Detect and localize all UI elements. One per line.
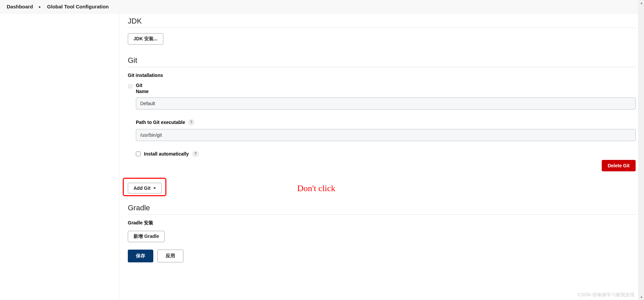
apply-button[interactable]: 应用 bbox=[157, 250, 183, 262]
git-path-input[interactable] bbox=[136, 129, 636, 141]
chevron-right-icon: ▸ bbox=[39, 4, 41, 9]
install-auto-label: Install automatically bbox=[144, 151, 189, 157]
git-tool-block: Git Name Path to Git executable ? Instal… bbox=[128, 83, 636, 177]
action-bar: 保存 应用 bbox=[128, 250, 636, 262]
main-content: JDK JDK 安装... Git Git installations Git … bbox=[119, 13, 644, 300]
divider bbox=[128, 214, 636, 215]
git-name-label: Name bbox=[136, 89, 636, 94]
breadcrumb-current[interactable]: Global Tool Configuration bbox=[47, 4, 109, 9]
add-git-button[interactable]: Add Git bbox=[128, 183, 162, 194]
help-icon[interactable]: ? bbox=[188, 119, 195, 126]
breadcrumb-dashboard[interactable]: Dashboard bbox=[7, 4, 33, 9]
section-title-jdk: JDK bbox=[128, 17, 636, 26]
help-icon[interactable]: ? bbox=[192, 151, 199, 157]
section-title-git: Git bbox=[128, 56, 636, 65]
git-path-label-text: Path to Git executable bbox=[136, 120, 185, 125]
scroll-up-icon[interactable]: ▴ bbox=[639, 0, 644, 6]
git-tool-heading: Git bbox=[136, 83, 636, 88]
install-auto-checkbox[interactable] bbox=[136, 152, 141, 156]
divider bbox=[128, 67, 636, 67]
install-auto-row: Install automatically ? bbox=[136, 151, 636, 157]
git-name-input[interactable] bbox=[136, 97, 636, 110]
watermark: CSDN @偷偷学习被我发现 bbox=[578, 292, 635, 298]
gradle-install-label: Gradle 安装 bbox=[128, 220, 636, 226]
add-gradle-button[interactable]: 新增 Gradle bbox=[128, 231, 165, 242]
save-button[interactable]: 保存 bbox=[128, 250, 153, 262]
section-title-gradle: Gradle bbox=[128, 204, 636, 212]
drag-handle-icon[interactable] bbox=[128, 84, 132, 89]
git-path-label: Path to Git executable ? bbox=[136, 119, 636, 126]
git-installations-label: Git installations bbox=[128, 73, 636, 78]
scrollbar[interactable]: ▴ ▾ bbox=[638, 0, 644, 300]
delete-git-button[interactable]: Delete Git bbox=[602, 160, 636, 171]
annotation-text: Don't click bbox=[297, 183, 335, 194]
caret-down-icon bbox=[153, 187, 156, 189]
breadcrumb: Dashboard ▸ Global Tool Configuration bbox=[0, 0, 644, 13]
scroll-down-icon[interactable]: ▾ bbox=[639, 294, 644, 300]
add-git-label: Add Git bbox=[133, 185, 151, 191]
divider bbox=[128, 28, 636, 28]
jdk-install-button[interactable]: JDK 安装... bbox=[128, 33, 163, 45]
